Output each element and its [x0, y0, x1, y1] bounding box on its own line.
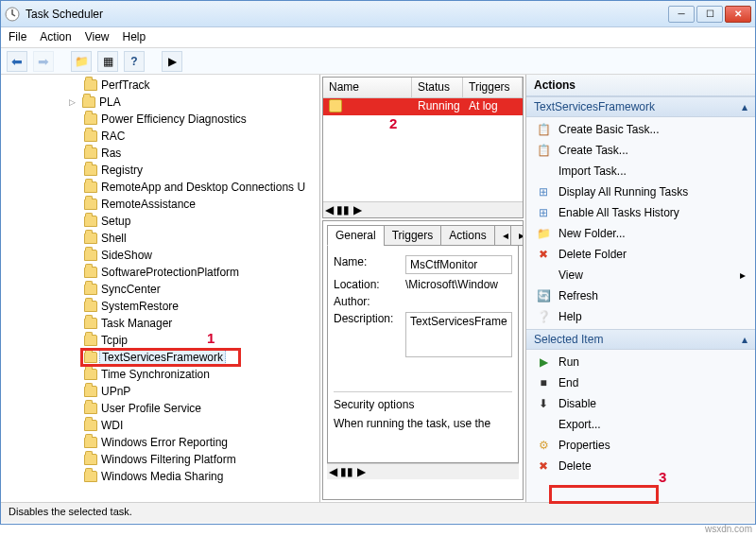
action-icon [536, 268, 551, 283]
tree-item[interactable]: PerfTrack [5, 77, 319, 94]
action-item[interactable]: 📋Create Basic Task... [526, 119, 755, 140]
action-item[interactable]: View▸ [526, 265, 755, 285]
task-row-selected[interactable]: MsCtfMonitor Running At log [323, 98, 523, 115]
collapse-icon[interactable]: ▴ [742, 100, 747, 113]
action-item[interactable]: Import Task... [526, 161, 755, 182]
tree-item[interactable]: RemoteAssistance [5, 196, 319, 213]
tab-triggers[interactable]: Triggers [384, 225, 442, 246]
action-icon [536, 417, 551, 432]
action-item[interactable]: ⚙Properties [526, 435, 755, 456]
tree-item[interactable]: ▷PLA [5, 94, 319, 111]
action-item[interactable]: 🔄Refresh [526, 285, 755, 306]
action-item[interactable]: ✖Delete Folder [526, 244, 755, 265]
folder-tree[interactable]: PerfTrack▷PLAPower Efficiency Diagnostic… [1, 75, 319, 502]
tree-item-label: Registry [101, 164, 143, 177]
tree-item[interactable]: Windows Filtering Platform [5, 451, 319, 468]
minimize-button[interactable]: ─ [668, 6, 695, 23]
properties-button[interactable]: ▦ [97, 51, 118, 72]
tree-item-label: PLA [99, 95, 121, 109]
expander-icon[interactable]: ▷ [69, 97, 78, 107]
action-label: New Folder... [558, 227, 626, 240]
up-button[interactable]: 📁 [71, 51, 92, 72]
tree-item[interactable]: RemoteApp and Desktop Connections U [5, 179, 319, 196]
run-button[interactable]: ▶ [162, 51, 182, 72]
annotation-3: 3 [659, 469, 666, 485]
action-item[interactable]: Export... [526, 414, 755, 435]
action-label: Export... [558, 418, 601, 431]
tree-item[interactable]: Time Synchronization [5, 366, 319, 383]
action-label: Disable [558, 397, 596, 410]
action-icon [536, 164, 551, 179]
action-item[interactable]: ▶Run [526, 352, 755, 372]
folder-icon [84, 130, 97, 142]
tree-item-label: WDI [101, 419, 123, 432]
tree-item[interactable]: Windows Media Sharing [5, 468, 319, 485]
tree-item[interactable]: SoftwareProtectionPlatform [5, 264, 319, 281]
menu-file[interactable]: File [9, 30, 26, 44]
tree-item[interactable]: SyncCenter [5, 281, 319, 298]
folder-icon [84, 403, 97, 414]
action-item[interactable]: ✖Delete [526, 456, 755, 476]
tree-item[interactable]: SideShow [5, 247, 319, 264]
collapse-icon[interactable]: ▴ [742, 333, 747, 346]
task-list[interactable]: Name Status Triggers MsCtfMonitor Runnin… [322, 77, 524, 218]
action-item[interactable]: ⊞Enable All Tasks History [526, 202, 755, 223]
tree-item-label: Windows Media Sharing [101, 470, 223, 483]
action-label: Create Basic Task... [558, 123, 660, 136]
action-item[interactable]: ■End [526, 372, 755, 393]
tree-item[interactable]: WDI [5, 417, 319, 434]
action-item[interactable]: ⬇Disable [526, 393, 755, 414]
tree-item-label: Task Manager [101, 317, 172, 330]
menu-action[interactable]: Action [40, 30, 71, 44]
content-area: PerfTrack▷PLAPower Efficiency Diagnostic… [1, 75, 755, 502]
security-options: Security options When running the task, … [334, 391, 512, 430]
section-scope: TextServicesFramework▴ [526, 96, 755, 117]
tab-scroll-left[interactable]: ◂ [494, 225, 511, 246]
section-selected: Selected Item▴ [526, 329, 755, 350]
tree-item[interactable]: Task Manager [5, 315, 319, 332]
action-icon: ✖ [536, 458, 551, 474]
titlebar[interactable]: Task Scheduler ─ ☐ ✕ [1, 1, 755, 27]
tree-item[interactable]: Power Efficiency Diagnostics [5, 111, 319, 128]
col-status[interactable]: Status [412, 78, 463, 97]
menu-help[interactable]: Help [123, 30, 146, 44]
menu-view[interactable]: View [85, 30, 110, 44]
folder-icon [84, 182, 97, 193]
tree-item[interactable]: UPnP [5, 383, 319, 400]
help-button[interactable]: ? [124, 51, 145, 72]
tree-item[interactable]: RAC [5, 128, 319, 145]
tree-item[interactable]: Shell [5, 230, 319, 247]
tree-item-label: Tcpip [101, 334, 128, 347]
tree-item[interactable]: SystemRestore [5, 298, 319, 315]
tree-item[interactable]: Setup [5, 213, 319, 230]
tab-actions[interactable]: Actions [440, 225, 494, 246]
close-button[interactable]: ✕ [725, 6, 751, 23]
action-icon: 📋 [536, 143, 551, 158]
action-item[interactable]: ❔Help [526, 306, 755, 327]
action-icon: ⚙ [536, 438, 551, 453]
folder-icon [84, 437, 97, 448]
tree-pane: PerfTrack▷PLAPower Efficiency Diagnostic… [1, 75, 320, 502]
forward-button[interactable]: ➡ [33, 51, 54, 72]
action-item[interactable]: 📁New Folder... [526, 223, 755, 244]
action-icon: ❔ [536, 309, 551, 324]
task-list-hscroll[interactable]: ◀ ▮▮ ▶ [323, 201, 523, 217]
tree-item[interactable]: User Profile Service [5, 400, 319, 417]
description-value[interactable]: TextServicesFrame [405, 312, 512, 357]
tree-item[interactable]: TextServicesFramework [5, 349, 319, 366]
col-name[interactable]: Name [323, 78, 412, 97]
tree-item[interactable]: Ras [5, 145, 319, 162]
tab-scroll-right[interactable]: ▸ [510, 225, 524, 246]
tree-item[interactable]: Registry [5, 162, 319, 179]
action-item[interactable]: ⊞Display All Running Tasks [526, 182, 755, 202]
details-hscroll[interactable]: ◀ ▮▮ ▶ [327, 463, 519, 479]
maximize-button[interactable]: ☐ [696, 6, 723, 23]
back-button[interactable]: ⬅ [7, 51, 27, 72]
name-value[interactable]: MsCtfMonitor [405, 255, 512, 274]
tree-item[interactable]: Windows Error Reporting [5, 434, 319, 451]
tree-item[interactable]: Tcpip [5, 332, 319, 349]
folder-icon [84, 301, 97, 312]
col-triggers[interactable]: Triggers [463, 78, 523, 97]
action-item[interactable]: 📋Create Task... [526, 140, 755, 161]
tab-general[interactable]: General [327, 225, 385, 246]
